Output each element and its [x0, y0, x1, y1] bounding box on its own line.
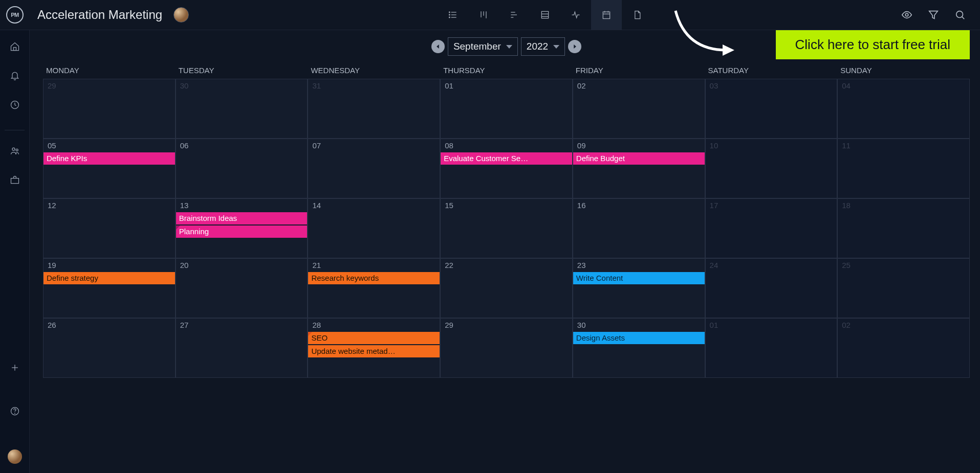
task-flag-icon: [176, 226, 180, 230]
nav-recent[interactable]: [10, 100, 20, 111]
day-cell[interactable]: 16: [573, 198, 705, 258]
tab-activity[interactable]: [560, 0, 591, 30]
day-number: 19: [48, 261, 56, 269]
task-bar[interactable]: Evaluate Customer Se…: [441, 152, 572, 165]
nav-team[interactable]: [10, 146, 20, 157]
project-title[interactable]: Acceleration Marketing: [30, 8, 173, 22]
free-trial-button[interactable]: Click here to start free trial: [776, 30, 970, 59]
day-cell[interactable]: 20: [176, 258, 308, 318]
nav-help[interactable]: [10, 406, 20, 418]
task-bar[interactable]: Define Budget: [573, 152, 705, 165]
day-cell[interactable]: 24: [705, 258, 838, 318]
day-cell[interactable]: 30: [176, 79, 308, 139]
month-select[interactable]: September: [448, 37, 518, 56]
svg-marker-32: [437, 44, 439, 49]
team-icon: [10, 146, 20, 156]
nav-add[interactable]: [10, 363, 20, 374]
logo-mark: PM: [6, 6, 24, 24]
filter-icon[interactable]: [928, 9, 939, 20]
tab-sheet[interactable]: [530, 0, 560, 30]
user-avatar[interactable]: [8, 449, 22, 464]
day-cell[interactable]: 18: [837, 198, 970, 258]
day-cell[interactable]: 31: [308, 79, 440, 139]
day-number: 26: [48, 321, 56, 329]
day-cell[interactable]: 27: [176, 318, 308, 378]
nav-portfolio[interactable]: [10, 175, 20, 187]
task-bar[interactable]: SEO: [308, 332, 440, 344]
day-cell[interactable]: 30Design Assets: [573, 318, 705, 378]
tab-files[interactable]: [622, 0, 652, 30]
task-bar[interactable]: Design Assets: [573, 332, 705, 344]
day-cell[interactable]: 05Define KPIs: [43, 139, 176, 198]
task-bar[interactable]: Brainstorm Ideas: [176, 212, 308, 224]
tab-calendar[interactable]: [591, 0, 622, 30]
day-cell[interactable]: 07: [308, 139, 440, 198]
project-avatar[interactable]: [173, 7, 189, 22]
next-month-button[interactable]: [568, 40, 581, 53]
day-cell[interactable]: 02: [837, 318, 970, 378]
day-cell[interactable]: 15: [440, 198, 573, 258]
tab-list[interactable]: [438, 0, 468, 30]
day-cell[interactable]: 26: [43, 318, 176, 378]
day-number: 20: [180, 261, 189, 269]
day-cell[interactable]: 01: [705, 318, 838, 378]
task-bar[interactable]: Planning: [176, 226, 308, 238]
day-cell[interactable]: 21Research keywords: [308, 258, 440, 318]
svg-point-4: [449, 14, 450, 15]
day-number: 05: [48, 141, 56, 150]
svg-point-21: [956, 11, 963, 18]
day-number: 09: [577, 141, 586, 150]
day-cell[interactable]: 25: [837, 258, 970, 318]
tab-gantt[interactable]: [499, 0, 530, 30]
svg-point-26: [16, 149, 18, 151]
day-cell[interactable]: 14: [308, 198, 440, 258]
day-cell[interactable]: 19Define strategy: [43, 258, 176, 318]
day-cell[interactable]: 02: [573, 79, 705, 139]
day-cell[interactable]: 01: [440, 79, 573, 139]
app-logo[interactable]: PM: [0, 0, 30, 30]
day-cell[interactable]: 29: [440, 318, 573, 378]
calendar-grid: MONDAYTUESDAYWEDNESDAYTHURSDAYFRIDAYSATU…: [43, 66, 970, 378]
nav-home[interactable]: [10, 41, 20, 53]
day-of-week-header: FRIDAY: [573, 66, 705, 79]
prev-month-button[interactable]: [431, 40, 445, 53]
nav-notifications[interactable]: [10, 71, 20, 82]
day-cell[interactable]: 03: [705, 79, 838, 139]
day-cell[interactable]: 09Define Budget: [573, 139, 705, 198]
svg-line-22: [962, 17, 965, 19]
file-icon: [632, 10, 642, 20]
svg-rect-27: [11, 178, 18, 184]
year-select[interactable]: 2022: [521, 37, 565, 56]
day-cell[interactable]: 12: [43, 198, 176, 258]
chevron-right-icon: [571, 43, 578, 50]
day-number: 25: [842, 261, 851, 269]
day-cell[interactable]: 28SEOUpdate website metad…: [308, 318, 440, 378]
day-number: 08: [445, 141, 453, 150]
help-icon: [10, 406, 20, 416]
tab-board[interactable]: [468, 0, 499, 30]
day-cell[interactable]: 13Brainstorm IdeasPlanning: [176, 198, 308, 258]
task-bar[interactable]: Define KPIs: [43, 152, 175, 165]
task-bar[interactable]: Write Content: [573, 272, 705, 284]
day-cell[interactable]: 11: [837, 139, 970, 198]
calendar-icon: [601, 10, 612, 20]
svg-rect-12: [541, 11, 548, 18]
day-cell[interactable]: 10: [705, 139, 838, 198]
nav-divider: [5, 130, 25, 130]
eye-icon[interactable]: [901, 9, 912, 20]
svg-point-3: [449, 12, 450, 13]
task-bar[interactable]: Update website metad…: [308, 345, 440, 357]
day-cell[interactable]: 23Write Content: [573, 258, 705, 318]
day-cell[interactable]: 22: [440, 258, 573, 318]
task-bar[interactable]: Define strategy: [43, 272, 175, 284]
task-bar[interactable]: Research keywords: [308, 272, 440, 284]
day-number: 30: [180, 81, 189, 90]
day-cell[interactable]: 06: [176, 139, 308, 198]
day-cell[interactable]: 17: [705, 198, 838, 258]
day-cell[interactable]: 08Evaluate Customer Se…: [440, 139, 573, 198]
search-icon[interactable]: [954, 9, 966, 20]
day-cell[interactable]: 29: [43, 79, 176, 139]
day-number: 27: [180, 321, 189, 329]
day-cell[interactable]: 04: [837, 79, 970, 139]
day-number: 10: [710, 141, 718, 150]
